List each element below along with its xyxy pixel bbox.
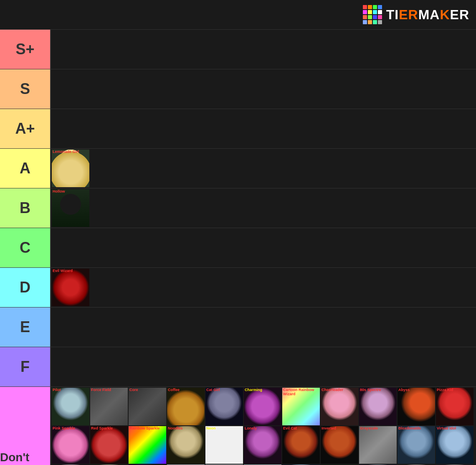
item-visual: Cartoon Rainbow Wizard (282, 388, 320, 425)
header: TiERMaKeR (0, 0, 476, 29)
tier-row-s: S (0, 69, 476, 109)
tier-content-dontown: PilotForce FieldCoreCoffeeCat GirlCharmi… (50, 387, 476, 465)
tiers-container: S+SA+ALemonade GirlBHollowCDEvil WizardE… (0, 29, 476, 465)
item-card[interactable]: Pizza Kid (436, 388, 473, 425)
item-card[interactable]: Pink Sparkle (52, 426, 89, 464)
item-card[interactable]: Grayscale (359, 426, 397, 464)
item-visual: Abyss (398, 388, 435, 425)
tier-row-c: C (0, 228, 476, 267)
item-visual: Lonely (244, 426, 281, 464)
item-label: Grayscale (359, 426, 397, 431)
item-card[interactable]: Cheerleader (321, 388, 358, 425)
item-visual: Force Field (90, 388, 128, 425)
logo-grid-cell (378, 5, 382, 9)
logo-grid-cell (373, 5, 377, 9)
item-card[interactable]: 80s Spectre (359, 388, 397, 425)
tier-content-s (50, 69, 476, 109)
item-card[interactable]: Core (129, 388, 166, 425)
item-visual: Noodles (167, 426, 205, 464)
logo-grid-cell (373, 15, 377, 19)
item-visual: Grayscale (359, 426, 397, 464)
logo-grid-cell (368, 5, 372, 9)
tier-content-splus (50, 30, 476, 69)
item-card[interactable]: Coffee (167, 388, 205, 425)
item-card[interactable]: Bloxdonalds (398, 426, 435, 464)
item-label: Pizza Kid (436, 388, 473, 393)
tier-label-dontown: Don't Own (0, 387, 50, 465)
tier-label-e: E (0, 307, 50, 347)
item-card[interactable]: Inverted (321, 426, 358, 464)
item-card[interactable]: Lemonade Girl (52, 150, 89, 187)
item-card[interactable]: Red Sparkle (90, 426, 128, 464)
tier-content-aplus (50, 109, 476, 148)
tier-row-splus: S+ (0, 29, 476, 69)
item-label: Evil Cat (282, 426, 320, 431)
tier-label-splus: S+ (0, 30, 50, 69)
item-visual: Neon (205, 426, 243, 464)
item-card[interactable]: Cat Girl (205, 388, 243, 425)
item-visual: Hollow (52, 189, 89, 227)
item-label: Core (129, 388, 166, 393)
item-visual: Inverted (321, 426, 358, 464)
tier-content-a: Lemonade Girl (50, 149, 476, 188)
item-visual: 80s Spectre (359, 388, 397, 425)
logo-grid-cell (368, 20, 372, 24)
logo-text: TiERMaKeR (386, 7, 469, 23)
item-label: Cartoon Rainbow Wizard (282, 388, 320, 397)
tier-label-a: A (0, 149, 50, 188)
tier-content-e (50, 307, 476, 347)
tier-content-d: Evil Wizard (50, 268, 476, 307)
item-card[interactable]: Cartoon Rainbow Wizard (282, 388, 320, 425)
item-visual: Cat Girl (205, 388, 243, 425)
item-label: Abyss (398, 388, 435, 393)
item-label: Cat Girl (205, 388, 243, 393)
tier-content-c (50, 228, 476, 267)
tier-label-d: D (0, 268, 50, 307)
tier-row-d: DEvil Wizard (0, 267, 476, 307)
item-visual: Red Sparkle (90, 426, 128, 464)
item-card[interactable]: Charming (244, 388, 281, 425)
logo: TiERMaKeR (363, 5, 469, 24)
tier-row-dontown: Don't OwnPilotForce FieldCoreCoffeeCat G… (0, 386, 476, 465)
logo-grid-cell (363, 10, 367, 14)
logo-grid-cell (363, 5, 367, 9)
item-card[interactable]: Neon (205, 426, 243, 464)
item-label: Coffee (167, 388, 205, 393)
item-visual: Pizza Kid (436, 388, 473, 425)
logo-grid-cell (363, 15, 367, 19)
item-label: Bloxdonalds (398, 426, 435, 431)
item-visual: Evil Wizard (52, 269, 89, 306)
item-visual: Evil Cat (282, 426, 320, 464)
logo-grid-cell (368, 15, 372, 19)
logo-grid-cell (373, 20, 377, 24)
tier-row-b: BHollow (0, 188, 476, 228)
item-card[interactable]: Noodles (167, 426, 205, 464)
item-label: Neon (205, 426, 243, 431)
item-card[interactable]: Evil Cat (282, 426, 320, 464)
item-visual: Rainbow Sparkle (129, 426, 166, 464)
item-card[interactable]: Force Field (90, 388, 128, 425)
logo-grid-icon (363, 5, 382, 24)
item-card[interactable]: Pilot (52, 388, 89, 425)
item-label: Pink Sparkle (52, 426, 89, 431)
tier-row-aplus: A+ (0, 109, 476, 148)
tier-content-b: Hollow (50, 188, 476, 228)
tier-label-b: B (0, 188, 50, 228)
tier-row-f: F (0, 347, 476, 386)
logo-grid-cell (373, 10, 377, 14)
item-label: Force Field (90, 388, 128, 393)
item-card[interactable]: Lonely (244, 426, 281, 464)
item-card[interactable]: Rainbow Sparkle (129, 426, 166, 464)
item-card[interactable]: Evil Wizard (52, 269, 89, 306)
item-label: Lonely (244, 426, 281, 431)
item-label: Cheerleader (321, 388, 358, 393)
tier-label-c: C (0, 228, 50, 267)
item-card[interactable]: Hollow (52, 189, 89, 227)
item-card[interactable]: Abyss (398, 388, 435, 425)
item-visual: Cheerleader (321, 388, 358, 425)
item-label: Hollow (52, 189, 89, 194)
item-visual: Charming (244, 388, 281, 425)
item-card[interactable]: Virtual Idol (436, 426, 473, 464)
item-label: Inverted (321, 426, 358, 431)
tier-row-e: E (0, 307, 476, 347)
